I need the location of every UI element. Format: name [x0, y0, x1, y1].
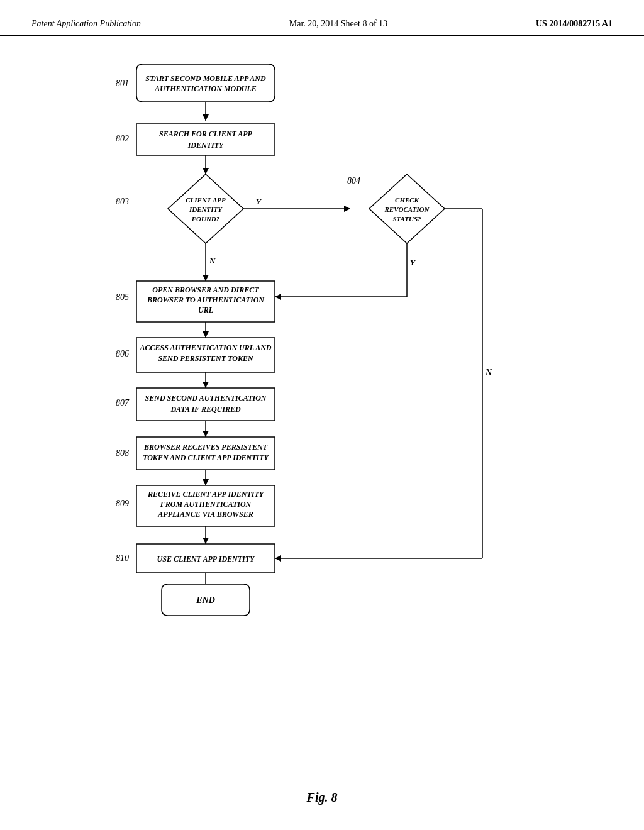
arrowhead-805-806	[203, 331, 209, 338]
header-publication: Patent Application Publication	[31, 19, 141, 29]
node-804-text3: STATUS?	[392, 215, 421, 223]
node-804-text2: REVOCATION	[384, 206, 430, 213]
node-801-text2: AUTHENTICATION MODULE	[154, 84, 257, 93]
node-807-text2: DATA IF REQUIRED	[170, 405, 240, 414]
arrowhead-803-804	[344, 206, 350, 212]
node-809-text2: FROM AUTHENTICATION	[160, 500, 252, 509]
node-803-text2: IDENTITY	[189, 206, 223, 213]
node-807-shape	[136, 388, 275, 421]
node-808-text2: TOKEN AND CLIENT APP IDENTITY	[143, 453, 269, 462]
node-808-text1: BROWSER RECEIVES PERSISTENT	[143, 443, 268, 451]
header-patent-number: US 2014/0082715 A1	[536, 19, 613, 29]
arrowhead-803-805	[203, 275, 209, 281]
arrowhead-801-802	[203, 114, 209, 121]
label-801: 801	[116, 79, 129, 88]
node-801-text1: START SECOND MOBILE APP AND	[145, 74, 266, 83]
node-802-shape	[136, 124, 275, 155]
label-806: 806	[116, 349, 129, 358]
node-809-text1: RECEIVE CLIENT APP IDENTITY	[147, 490, 265, 499]
node-810-text: USE CLIENT APP IDENTITY	[157, 555, 255, 563]
arrowhead-809-810	[203, 538, 209, 544]
y-label-803: Y	[256, 197, 262, 206]
page-header: Patent Application Publication Mar. 20, …	[0, 0, 644, 36]
n-label-804: N	[485, 368, 492, 377]
label-807: 807	[116, 398, 130, 407]
node-803-text1: CLIENT APP	[186, 196, 226, 204]
diagram-area: 801 START SECOND MOBILE APP AND AUTHENTI…	[0, 36, 644, 830]
arrowhead-804-805	[275, 294, 281, 300]
node-802-text1: SEARCH FOR CLIENT APP	[159, 130, 253, 138]
node-806-text1: ACCESS AUTHENTICATION URL AND	[139, 343, 271, 352]
node-803-text3: FOUND?	[191, 215, 220, 223]
flowchart-svg: 801 START SECOND MOBILE APP AND AUTHENTI…	[86, 48, 558, 778]
n-label-803: N	[209, 256, 216, 265]
arrowhead-804-n	[275, 555, 281, 562]
node-805-text2: BROWSER TO AUTHENTICATION	[147, 296, 265, 304]
label-805: 805	[116, 292, 129, 302]
label-808: 808	[116, 448, 129, 458]
node-805-text1: OPEN BROWSER AND DIRECT	[152, 285, 259, 294]
label-810: 810	[116, 553, 129, 563]
label-802: 802	[116, 134, 129, 143]
node-804-text1: CHECK	[395, 196, 419, 204]
arrowhead-808-809	[203, 479, 209, 485]
node-805-text3: URL	[198, 306, 213, 314]
node-807-text1: SEND SECOND AUTHENTICATION	[145, 394, 267, 402]
node-809-text3: APPLIANCE VIA BROWSER	[157, 510, 253, 519]
arrowhead-802-803	[203, 168, 209, 174]
node-806-text2: SEND PERSISTENT TOKEN	[158, 354, 253, 363]
y-label-804: Y	[410, 258, 416, 267]
figure-label: Fig. 8	[307, 790, 338, 805]
arrowhead-807-808	[203, 431, 209, 437]
arrowhead-806-807	[203, 382, 209, 388]
label-809: 809	[116, 499, 129, 508]
node-end-text: END	[196, 595, 215, 605]
label-804: 804	[347, 176, 360, 185]
node-801-shape	[136, 64, 275, 102]
header-date-sheet: Mar. 20, 2014 Sheet 8 of 13	[289, 19, 387, 29]
node-802-text2: IDENTITY	[187, 141, 225, 150]
label-803: 803	[116, 197, 129, 206]
